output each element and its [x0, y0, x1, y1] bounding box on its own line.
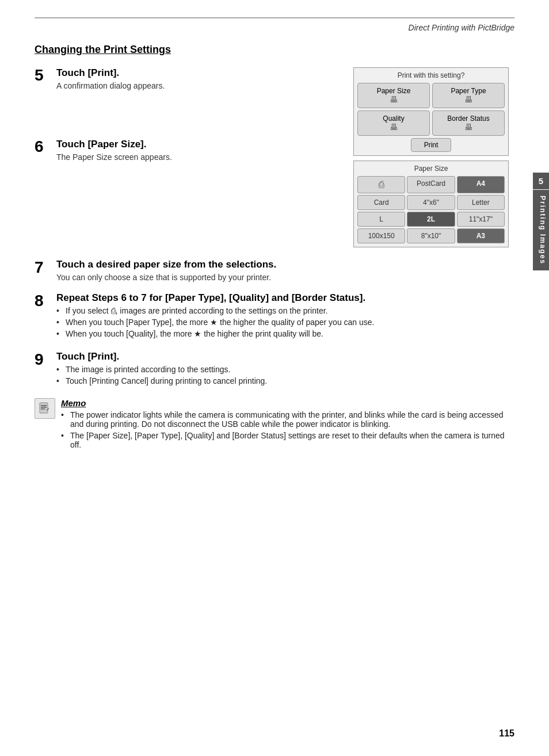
paper-btn-letter[interactable]: Letter [457, 195, 505, 210]
paper-btn-4x6[interactable]: 4"x6" [407, 195, 455, 210]
paper-btn-8x10[interactable]: 8"x10" [407, 228, 455, 243]
step-7-title: Touch a desired paper size from the sele… [56, 259, 514, 270]
step-6-title: Touch [Paper Size]. [56, 139, 342, 150]
dialog-title: Print with this setting? [357, 71, 505, 79]
paper-size-panel: Paper Size ⎙ PostCard A4 Card 4"x6" Lett… [353, 161, 509, 247]
page-number: 115 [499, 728, 514, 739]
paper-btn-l[interactable]: L [357, 212, 405, 227]
memo-bullets: The power indicator lights while the cam… [61, 410, 514, 449]
paper-btn-100x150[interactable]: 100x150 [357, 228, 405, 243]
sidebar-chapter-number: 5 [533, 173, 549, 189]
section-title: Changing the Print Settings [35, 44, 514, 56]
dialog-grid: Paper Size 🖶 Paper Type 🖶 Quality 🖶 Bord… [357, 83, 505, 136]
memo-title: Memo [61, 398, 514, 408]
step-8-title: Repeat Steps 6 to 7 for [Paper Type], [Q… [56, 292, 514, 304]
memo-icon [35, 398, 55, 419]
printer-icon-1: 🖶 [360, 95, 427, 104]
memo-bullet-1: The power indicator lights while the cam… [61, 410, 514, 429]
paper-btn-postcard[interactable]: PostCard [407, 176, 455, 193]
paper-size-grid: ⎙ PostCard A4 Card 4"x6" Letter L 2L 11"… [357, 176, 505, 243]
step-9-bullets: The image is printed according to the se… [56, 365, 514, 385]
page-footer: 115 [0, 728, 549, 739]
step-number-5: 5 [35, 67, 44, 83]
step-7-desc: You can only choose a size that is suppo… [56, 273, 514, 282]
dialog-border-status-btn[interactable]: Border Status 🖶 [432, 110, 505, 136]
svg-rect-0 [40, 403, 48, 413]
memo-content: Memo The power indicator lights while th… [61, 398, 514, 452]
step-8-bullet-1: If you select ⎙, images are printed acco… [56, 306, 514, 315]
notepad-icon [39, 402, 51, 415]
print-dialog: Print with this setting? Paper Size 🖶 Pa… [353, 67, 509, 156]
step-9-title: Touch [Print]. [56, 351, 514, 362]
paper-btn-card[interactable]: Card [357, 195, 405, 210]
step-number-7: 7 [35, 259, 44, 277]
printer-icon-4: 🖶 [435, 123, 502, 132]
printer-icon-3: 🖶 [360, 123, 427, 132]
dialog-print-button[interactable]: Print [411, 138, 451, 152]
step-8-bullet-3: When you touch [Quality], the more ★ the… [56, 329, 514, 338]
memo-bullet-2: The [Paper Size], [Paper Type], [Quality… [61, 431, 514, 449]
paper-size-panel-title: Paper Size [357, 165, 505, 173]
step-6: 6 Touch [Paper Size]. The Paper Size scr… [35, 139, 342, 162]
paper-btn-2l[interactable]: 2L [407, 212, 455, 227]
step-8: 8 Repeat Steps 6 to 7 for [Paper Type], … [35, 292, 514, 341]
step-7: 7 Touch a desired paper size from the se… [35, 259, 514, 282]
step-9-bullet-1: The image is printed according to the se… [56, 365, 514, 374]
paper-btn-printer[interactable]: ⎙ [357, 176, 405, 193]
sidebar-chapter-label: Printing Images [533, 190, 549, 270]
step-number-8: 8 [35, 292, 44, 310]
step-number-9: 9 [35, 351, 44, 369]
svg-rect-3 [41, 408, 45, 410]
memo-section: Memo The power indicator lights while th… [35, 398, 514, 452]
svg-rect-1 [41, 405, 47, 406]
paper-btn-a4[interactable]: A4 [457, 176, 505, 193]
dialog-paper-type-btn[interactable]: Paper Type 🖶 [432, 83, 505, 108]
step-8-bullets: If you select ⎙, images are printed acco… [56, 306, 514, 338]
paper-btn-11x17[interactable]: 11"x17" [457, 212, 505, 227]
step-9-bullet-2: Touch [Printing Cancel] during printing … [56, 376, 514, 385]
step-5-title: Touch [Print]. [56, 67, 342, 79]
printer-icon-2: 🖶 [435, 95, 502, 104]
step-8-bullet-2: When you touch [Paper Type], the more ★ … [56, 318, 514, 327]
step-6-desc: The Paper Size screen appears. [56, 152, 342, 162]
step-5: 5 Touch [Print]. A confirmation dialog a… [35, 67, 342, 90]
page-header: Direct Printing with PictBridge [35, 17, 514, 32]
dialog-paper-size-btn[interactable]: Paper Size 🖶 [357, 83, 430, 108]
step-9: 9 Touch [Print]. The image is printed ac… [35, 351, 514, 388]
svg-rect-2 [41, 407, 47, 408]
step-5-desc: A confirmation dialog appears. [56, 81, 342, 90]
paper-btn-a3[interactable]: A3 [457, 228, 505, 243]
dialog-quality-btn[interactable]: Quality 🖶 [357, 110, 430, 136]
step-number-6: 6 [35, 139, 44, 155]
